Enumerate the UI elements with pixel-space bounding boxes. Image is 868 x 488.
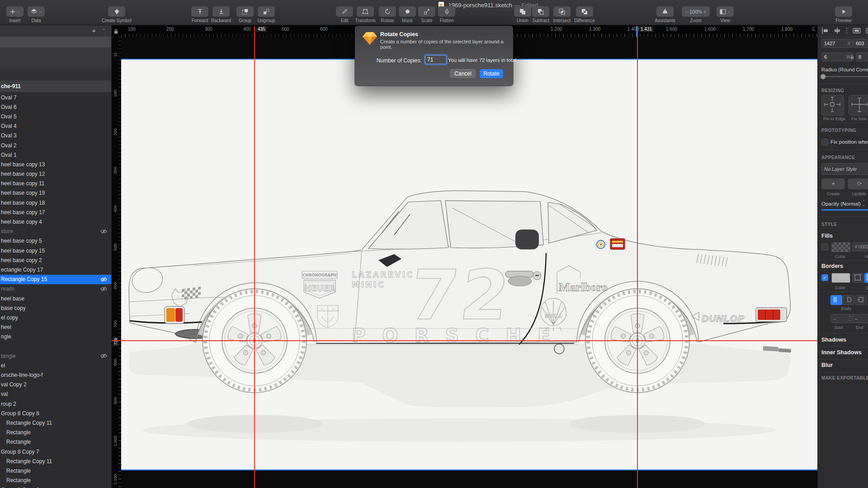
y-position-field[interactable]: 603 [853,39,868,48]
width-field[interactable]: 6W [821,52,853,61]
cancel-button[interactable]: Cancel [450,69,476,78]
layer-row[interactable]: heel base copy 19 [0,188,111,198]
layer-row[interactable]: tangle [0,351,111,361]
add-page-icon[interactable]: + [92,27,96,34]
layer-row[interactable]: el [0,361,111,370]
fill-hex-field[interactable]: # 00000 [852,242,868,251]
flatten-button[interactable]: Flatten [429,6,464,23]
layer-row[interactable]: Rectangle [0,476,111,485]
fix-size-button[interactable] [849,95,868,116]
ends-butt-button[interactable] [830,295,842,305]
layer-row[interactable]: Rectangle Copy 11 [0,418,111,427]
layer-row[interactable]: heel base copy 11 [0,179,111,188]
align-center-icon[interactable] [834,27,841,34]
ends-round-button[interactable] [843,295,854,305]
layer-row[interactable]: Oval 1 [0,150,111,160]
inner-shadows-section-label[interactable]: Inner Shadows [821,349,862,356]
layer-row[interactable]: Rectangle [0,466,111,475]
align-top-icon[interactable] [853,27,861,34]
layer-row[interactable]: el copy [0,313,111,322]
preview-button[interactable]: Preview [826,6,861,23]
border-inside-button[interactable] [852,273,864,283]
layer-row[interactable]: Rectangle Copy 11 [0,456,111,466]
layer-row[interactable]: Oval 3 [0,131,111,141]
layer-row[interactable]: Oval 2 [0,141,111,150]
hidden-eye-icon[interactable] [100,277,107,282]
layer-row[interactable]: heel base copy 13 [0,160,111,169]
layer-row[interactable]: Oval 6 [0,102,111,112]
layer-row[interactable]: heel [0,323,111,332]
layer-row[interactable]: heel base copy 15 [0,246,111,255]
layer-row[interactable]: heel base copy 5 [0,236,111,246]
pages-list[interactable] [0,47,111,68]
layer-row[interactable]: heel base copy 17 [0,207,111,217]
border-checkbox[interactable]: ✓ [821,274,828,281]
align-middle-icon[interactable] [866,27,868,34]
layer-row[interactable]: ngle [0,332,111,342]
arrow-end-select[interactable]: –⌃⌄ [852,314,868,323]
data-button[interactable]: ⌄ Data [19,6,53,23]
ends-square-button[interactable] [855,295,867,305]
pin-to-edge-button[interactable] [821,95,844,116]
layer-row[interactable]: Group 8 Copy 7 [0,447,111,456]
layer-row[interactable]: roup 2 [0,399,111,408]
view-button[interactable]: ⌄ View [708,6,742,23]
layer-row[interactable]: Rectangle Copy 15 [0,275,111,284]
layer-row[interactable]: che-911 [0,80,111,93]
layer-row[interactable]: Oval 5 [0,112,111,121]
layer-row[interactable]: val Copy 2 [0,380,111,389]
layer-row[interactable]: heel base copy 12 [0,169,111,179]
arrow-start-select[interactable]: –⌃⌄ [830,314,854,323]
layer-row[interactable]: orsche-line-logo-f [0,370,111,380]
selected-page-row[interactable] [0,37,111,47]
layer-row[interactable] [0,342,111,351]
x-position-field[interactable]: 1427X [821,39,853,48]
layer-row[interactable]: heel base [0,294,111,303]
ruler-left[interactable]: 111002003004005006007007398009001.0001.1… [111,37,121,488]
layer-row[interactable]: Rectangle [0,428,111,437]
height-field[interactable]: 8 [856,52,868,61]
layer-row[interactable]: val [0,389,111,399]
align-left-icon[interactable] [821,27,829,34]
hidden-eye-icon[interactable] [100,353,107,358]
layer-row[interactable]: Group 8 Copy 6 [0,485,111,488]
collapse-pages-icon[interactable]: ⌃ [102,28,106,33]
hidden-eye-icon[interactable] [100,286,107,291]
layer-row[interactable]: xture [0,227,111,236]
border-color-swatch[interactable] [831,273,850,283]
hidden-eye-icon[interactable] [100,229,107,234]
difference-button[interactable]: Difference [567,6,602,23]
layer-style-select[interactable]: No Layer Style [821,163,868,175]
shadows-section-label[interactable]: Shadows [821,337,846,343]
create-symbol-button[interactable]: Create Symbol [99,6,134,23]
layer-row[interactable]: Oval 4 [0,122,111,131]
assistants-button[interactable]: Assistants [648,6,682,23]
layer-row[interactable]: heel base copy 2 [0,255,111,265]
make-exportable-label[interactable]: MAKE EXPORTABLE [821,375,868,380]
border-center-button[interactable] [864,273,868,283]
layer-row[interactable]: Rectangle [0,437,111,447]
blur-section-label[interactable]: Blur [821,362,833,368]
opacity-stepper-icon[interactable]: ⌃⌄ [862,200,865,206]
layer-row[interactable]: ectangle Copy 17 [0,265,111,274]
opacity-label[interactable]: Opacity (Normal) [821,201,861,206]
layer-row[interactable]: heel base copy 4 [0,217,111,226]
layer-row[interactable]: reads [0,284,111,294]
layer-row[interactable]: heel base copy 18 [0,198,111,207]
vertical-guide-1431[interactable] [637,26,638,488]
ungroup-button[interactable]: Ungroup [249,6,283,23]
layer-row[interactable]: base copy [0,303,111,313]
radius-slider-knob[interactable] [821,74,826,79]
vertical-guide-435[interactable] [254,26,255,488]
layer-row[interactable]: Group 8 Copy 8 [0,408,111,418]
copies-input[interactable] [425,55,447,64]
fill-checkbox[interactable] [821,244,828,250]
opacity-slider[interactable] [821,209,868,211]
lock-ratio-icon[interactable] [850,54,854,60]
update-style-button[interactable]: ⟳ [848,178,868,189]
layer-row[interactable]: Oval 7 [0,93,111,102]
create-style-button[interactable]: + [821,178,845,189]
radius-slider[interactable] [821,76,868,77]
zoom-in-icon[interactable]: + [703,9,706,14]
horizontal-guide-739[interactable] [111,340,817,341]
